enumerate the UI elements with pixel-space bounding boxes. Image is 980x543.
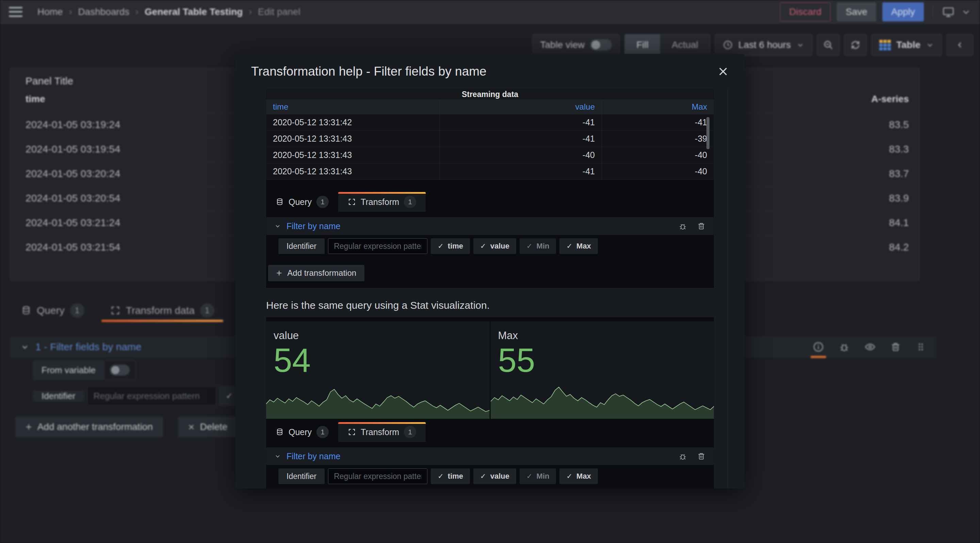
close-icon[interactable] [717,66,729,77]
info-icon[interactable] [813,341,824,353]
delete-transformations-button[interactable]: × Delete [178,417,238,437]
editor-buttons: + Add another transformation × Delete [15,417,238,437]
database-icon [275,428,284,436]
field-pill-time[interactable]: ✓time [431,468,470,484]
tab-query[interactable]: Query 1 [21,301,84,320]
check-icon: ✓ [527,472,533,480]
table-row: 2020-05-12 13:31:42-41-41 [266,115,714,131]
trash-icon[interactable] [697,452,706,461]
column-header-time[interactable]: time [266,99,440,115]
filter-by-name-row[interactable]: Filter by name [266,447,714,465]
identifier-label: Identifier [278,468,325,484]
table-row: 2020-05-12 13:31:43-40-40 [266,147,714,163]
tab-query[interactable]: Query 1 [266,192,338,212]
field-pill-time[interactable]: ✓time [431,238,470,254]
zoom-out-button[interactable] [817,34,840,56]
tab-query[interactable]: Query 1 [266,422,338,442]
filter-title[interactable]: Filter by name [286,221,340,231]
field-pill-value[interactable]: ✓value [473,468,516,484]
add-another-transformation-button[interactable]: + Add another transformation [15,417,163,437]
field-pill-min[interactable]: ✓Min [520,468,556,484]
debug-icon[interactable] [838,341,850,353]
breadcrumb: Home › Dashboards › General Table Testin… [37,6,301,18]
database-icon [21,306,31,315]
apply-button[interactable]: Apply [882,2,924,21]
identifier-label: Identifier [278,238,325,254]
collapse-options-button[interactable] [947,34,973,56]
visualization-picker[interactable]: Table [872,34,942,56]
help-tabs: Query 1 Transform 1 [266,192,714,212]
tab-query-label: Query [37,305,65,316]
check-icon: ✓ [566,472,572,480]
add-transformation-button[interactable]: + Add transformation [268,265,364,281]
breadcrumb-dashboard-name[interactable]: General Table Testing [145,6,243,18]
close-icon: × [188,421,195,433]
filter-by-name-row[interactable]: Filter by name [266,217,714,235]
time-range-picker[interactable]: Last 6 hours [715,34,812,56]
chevron-down-icon[interactable] [21,342,29,351]
table-scrollbar-thumb[interactable] [706,117,710,149]
column-header-time[interactable]: time [25,94,45,105]
identifier-input[interactable] [328,468,427,484]
help-tabs: Query 1 Transform 1 [266,422,714,442]
breadcrumb-dashboards[interactable]: Dashboards [78,6,129,18]
database-icon [275,198,284,206]
top-nav: Home › Dashboards › General Table Testin… [0,0,980,24]
transformation-title[interactable]: 1 - Filter fields by name [35,341,142,353]
table-view-toggle[interactable] [590,39,612,51]
tab-transform[interactable]: Transform 1 [338,422,426,442]
help-screenshot-table: Streaming data time value Max 2020-05-12… [266,89,714,288]
trash-icon[interactable] [890,341,901,352]
table-row: 2020-05-12 13:31:43-41-39 [266,131,714,147]
chevron-down-icon[interactable] [274,223,281,229]
fill-actual-segmented: Fill Actual [624,34,710,56]
modal-header: Transformation help - Filter fields by n… [235,54,745,89]
actual-option[interactable]: Actual [660,34,710,56]
field-pill-value[interactable]: ✓value [473,238,516,254]
stat-value: 54 [274,343,490,378]
breadcrumb-separator: › [69,6,72,17]
chevron-down-icon[interactable] [274,453,281,460]
eye-icon[interactable] [864,341,876,353]
breadcrumb-home[interactable]: Home [37,6,63,18]
column-header-a-series[interactable]: A-series [871,94,909,105]
tab-transform-data[interactable]: Transform data 1 [110,301,215,320]
identifier-label: Identifier [33,391,84,401]
filter-title[interactable]: Filter by name [286,451,340,461]
check-icon: ✓ [226,391,233,401]
refresh-button[interactable] [844,34,867,56]
from-variable-toggle[interactable] [110,365,130,376]
trash-icon[interactable] [697,221,706,231]
divider [933,5,933,18]
plus-icon: + [25,421,32,433]
drag-handle-icon[interactable] [915,341,926,352]
modal-title: Transformation help - Filter fields by n… [251,64,487,79]
check-icon: ✓ [480,242,486,250]
chevron-down-icon[interactable] [961,7,971,17]
from-variable-field: From variable [33,360,136,380]
monitor-icon[interactable] [942,5,955,18]
column-header-max[interactable]: Max [602,99,714,115]
field-pill-max[interactable]: ✓Max [559,468,598,484]
breadcrumb-edit-panel: Edit panel [258,6,301,18]
identifier-input[interactable] [87,386,216,406]
transform-icon [348,428,356,436]
filter-actions [678,221,706,231]
stat-panel: value 54 Max 55 [266,317,714,419]
menu-icon[interactable] [9,7,22,17]
discard-button[interactable]: Discard [780,2,830,21]
field-pill-min[interactable]: ✓Min [520,238,556,254]
transform-icon [348,198,356,206]
save-button[interactable]: Save [837,2,876,21]
debug-icon[interactable] [678,221,687,231]
streaming-table-header: time value Max [266,99,714,115]
breadcrumb-separator: › [135,6,138,17]
tab-transform[interactable]: Transform 1 [338,192,426,212]
column-header-value[interactable]: value [440,99,602,115]
streaming-data-title: Streaming data [266,89,714,99]
identifier-input[interactable] [328,238,427,254]
fill-option[interactable]: Fill [625,34,660,56]
field-pill-max[interactable]: ✓Max [559,238,598,254]
debug-icon[interactable] [678,452,687,461]
transformation-help-modal: Transformation help - Filter fields by n… [235,54,745,489]
